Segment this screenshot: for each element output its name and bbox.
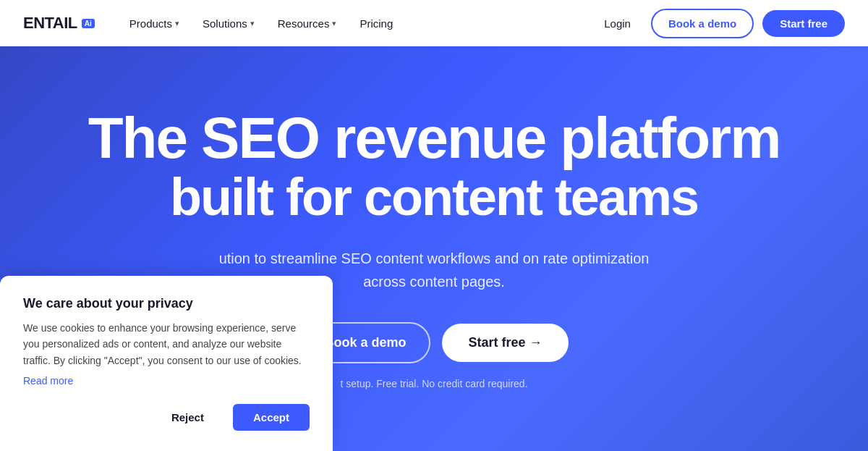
cookie-read-more-link[interactable]: Read more (23, 375, 73, 387)
chevron-down-icon: ▾ (250, 19, 255, 28)
cookie-title: We care about your privacy (23, 296, 310, 311)
nav-item-products[interactable]: Products ▾ (121, 12, 188, 35)
book-demo-button[interactable]: Book a demo (651, 9, 754, 38)
chevron-down-icon: ▾ (332, 19, 336, 28)
navbar-left: ENTAIL Ai Products ▾ Solutions ▾ Resourc… (23, 12, 401, 35)
nav-links: Products ▾ Solutions ▾ Resources ▾ Prici… (121, 12, 401, 35)
nav-item-resources[interactable]: Resources ▾ (269, 12, 346, 35)
navbar-right: Login Book a demo Start free (592, 9, 845, 38)
cookie-text: We use cookies to enhance your browsing … (23, 320, 310, 368)
cookie-reject-button[interactable]: Reject (154, 404, 221, 431)
cookie-accept-button[interactable]: Accept (233, 404, 310, 431)
logo[interactable]: ENTAIL Ai (23, 14, 95, 33)
logo-text: ENTAIL (23, 14, 77, 33)
logo-ai-badge: Ai (82, 19, 95, 28)
chevron-down-icon: ▾ (175, 19, 179, 28)
hero-start-free-button[interactable]: Start free → (442, 324, 568, 362)
navbar: ENTAIL Ai Products ▾ Solutions ▾ Resourc… (0, 0, 868, 46)
login-button[interactable]: Login (592, 12, 642, 35)
hero-footnote: t setup. Free trial. No credit card requ… (340, 378, 527, 389)
hero-title-line1: The SEO revenue platform (88, 108, 780, 169)
cookie-banner: We care about your privacy We use cookie… (0, 276, 333, 451)
hero-cta-buttons: Book a demo Start free → (299, 322, 568, 363)
nav-item-pricing[interactable]: Pricing (351, 12, 401, 35)
hero-title-line2: built for content teams (170, 169, 698, 226)
cookie-action-buttons: Reject Accept (23, 404, 310, 431)
start-free-button[interactable]: Start free (762, 10, 845, 37)
nav-item-solutions[interactable]: Solutions ▾ (194, 12, 263, 35)
